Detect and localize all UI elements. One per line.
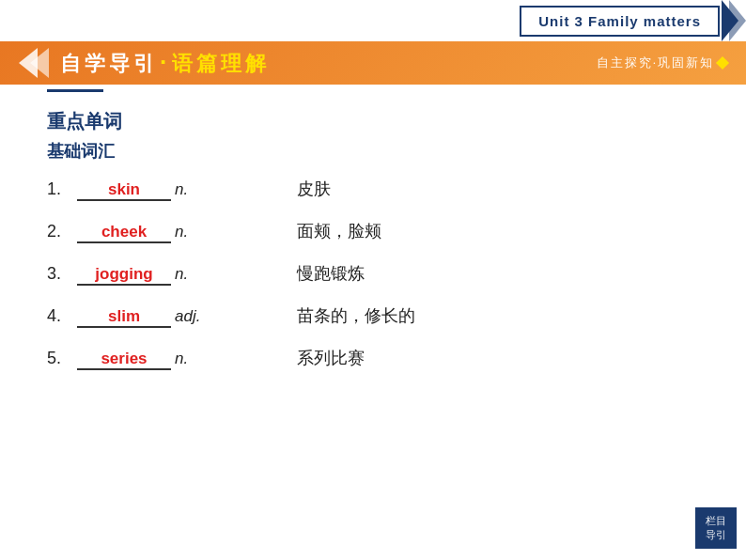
header-subtitle: 自主探究·巩固新知 (597, 54, 727, 71)
vocab-item-2: 2. cheek n. 面颊，脸颊 (47, 220, 708, 243)
vocab-type-5: n. (175, 350, 222, 368)
section-line (47, 89, 103, 92)
vocab-word-3: jogging (95, 265, 152, 283)
header-diamond-icon (716, 56, 729, 70)
vocab-word-2: cheek (101, 223, 147, 241)
sub-title: 基础词汇 (47, 140, 708, 163)
header-bar: 自学导引·语篇理解 自主探究·巩固新知 (0, 41, 746, 85)
vocab-blank-1: skin (77, 179, 171, 201)
vocab-type-3: n. (175, 265, 222, 284)
vocab-type-1: n. (175, 180, 222, 199)
vocab-blank-4: slim (77, 306, 171, 328)
vocab-type-2: n. (175, 223, 222, 241)
vocab-word-1: skin (108, 180, 140, 198)
vocab-type-4: adj. (175, 307, 222, 326)
vocab-word-4: slim (108, 307, 140, 325)
header-title-part2: 语篇理解 (172, 52, 270, 75)
unit-badge: Unit 3 Family matters (520, 0, 746, 41)
vocab-item-4: 4. slim adj. 苗条的，修长的 (47, 304, 708, 328)
vocab-item-5: 5. series n. 系列比赛 (47, 347, 708, 370)
header-title-part1: 自学导引 (60, 52, 158, 75)
vocab-list: 1. skin n. 皮肤 2. cheek n. 面颊，脸颊 3. joggi… (47, 178, 708, 370)
vocab-meaning-1: 皮肤 (297, 178, 331, 200)
vocab-meaning-4: 苗条的，修长的 (297, 304, 415, 327)
vocab-num-4: 4. (47, 306, 77, 326)
unit-badge-arrow2 (729, 0, 746, 41)
nav-button[interactable]: 栏目导引 (695, 507, 737, 549)
header-subtitle-text: 自主探究·巩固新知 (597, 54, 714, 71)
vocab-blank-2: cheek (77, 222, 171, 243)
vocab-num-5: 5. (47, 349, 77, 368)
vocab-meaning-5: 系列比赛 (297, 347, 365, 369)
header-arrow-left2 (30, 48, 49, 78)
header-title: 自学导引·语篇理解 (60, 48, 270, 78)
header-dot: · (160, 48, 170, 76)
vocab-blank-5: series (77, 349, 171, 370)
vocab-meaning-3: 慢跑锻炼 (297, 262, 365, 285)
vocab-num-1: 1. (47, 179, 77, 199)
section-title: 重点单词 (47, 109, 708, 134)
main-content: 重点单词 基础词汇 1. skin n. 皮肤 2. cheek n. 面颊，脸… (38, 89, 708, 389)
vocab-num-2: 2. (47, 222, 77, 241)
vocab-word-5: series (101, 350, 147, 367)
vocab-num-3: 3. (47, 264, 77, 284)
unit-badge-label: Unit 3 Family matters (520, 6, 720, 37)
vocab-meaning-2: 面颊，脸颊 (297, 220, 381, 242)
vocab-item-3: 3. jogging n. 慢跑锻炼 (47, 262, 708, 286)
vocab-blank-3: jogging (77, 264, 171, 286)
vocab-item-1: 1. skin n. 皮肤 (47, 178, 708, 201)
